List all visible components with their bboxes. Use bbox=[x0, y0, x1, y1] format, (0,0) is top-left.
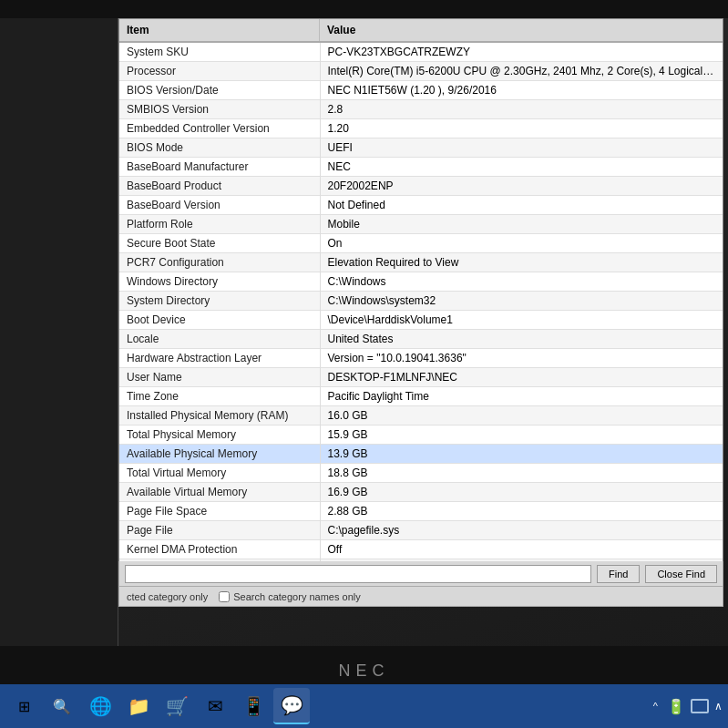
table-header: Item Value bbox=[119, 19, 723, 43]
row-item-value: C:\Windows bbox=[320, 272, 723, 292]
table-row[interactable]: ProcessorIntel(R) Core(TM) i5-6200U CPU … bbox=[119, 62, 723, 81]
table-row[interactable]: Platform RoleMobile bbox=[119, 215, 723, 234]
find-button[interactable]: Find bbox=[597, 565, 640, 583]
row-item-value: 15.9 GB bbox=[320, 426, 723, 445]
row-item-label: System Directory bbox=[119, 292, 320, 311]
row-item-label: BaseBoard Manufacturer bbox=[119, 158, 320, 177]
row-item-label: BaseBoard Version bbox=[119, 196, 320, 215]
row-item-value: NEC bbox=[320, 158, 723, 177]
table-row[interactable]: System DirectoryC:\Windows\system32 bbox=[119, 292, 723, 311]
row-item-value: PC-VK23TXBGCATRZEWZY bbox=[320, 43, 723, 62]
table-row[interactable]: Windows DirectoryC:\Windows bbox=[119, 272, 723, 292]
table-row[interactable]: BaseBoard ManufacturerNEC bbox=[119, 158, 723, 177]
row-item-label: BIOS Version/Date bbox=[119, 81, 320, 100]
table-row[interactable]: Installed Physical Memory (RAM)16.0 GB bbox=[119, 406, 723, 426]
table-row[interactable]: Total Physical Memory15.9 GB bbox=[119, 426, 723, 445]
store-icon[interactable]: 🛒 bbox=[159, 688, 195, 724]
search-category-checkbox[interactable] bbox=[219, 591, 230, 602]
row-item-value: 1.20 bbox=[320, 119, 723, 138]
edge-icon[interactable]: 🌐 bbox=[82, 688, 118, 724]
table-row[interactable]: SMBIOS Version2.8 bbox=[119, 100, 723, 119]
row-item-label: Platform Role bbox=[119, 215, 320, 234]
table-row[interactable]: LocaleUnited States bbox=[119, 330, 723, 349]
search-category-text: Search category names only bbox=[233, 591, 360, 602]
row-item-label: Page File bbox=[119, 521, 320, 540]
row-item-value: 2.8 bbox=[320, 100, 723, 119]
row-item-label: Embedded Controller Version bbox=[119, 119, 320, 138]
row-item-label: Boot Device bbox=[119, 311, 320, 330]
taskbar: ⊞ 🔍 🌐 📁 🛒 ✉ 📱 💬 ^ 🔋 ∧ bbox=[0, 684, 728, 728]
row-item-value: UEFI bbox=[320, 138, 723, 158]
table-row[interactable]: Boot Device\Device\HarddiskVolume1 bbox=[119, 311, 723, 330]
start-icon[interactable]: ⊞ bbox=[5, 688, 42, 724]
row-item-label: Installed Physical Memory (RAM) bbox=[119, 406, 320, 426]
row-item-value: Version = "10.0.19041.3636" bbox=[320, 349, 723, 368]
row-item-value: C:\pagefile.sys bbox=[320, 521, 723, 540]
row-item-value: Not Defined bbox=[320, 196, 723, 215]
table-row[interactable]: BaseBoard VersionNot Defined bbox=[119, 196, 723, 215]
row-item-value: 16.9 GB bbox=[320, 483, 723, 502]
row-item-label: Page File Space bbox=[119, 502, 320, 521]
row-item-label: Total Virtual Memory bbox=[119, 464, 320, 483]
close-find-button[interactable]: Close Find bbox=[645, 565, 717, 583]
table-row[interactable]: Total Virtual Memory18.8 GB bbox=[119, 464, 723, 483]
row-item-value: Pacific Daylight Time bbox=[320, 387, 723, 406]
tray-rectangle-icon[interactable] bbox=[691, 699, 709, 713]
sys-tray: ^ 🔋 ∧ bbox=[650, 697, 723, 715]
row-item-label: Kernel DMA Protection bbox=[119, 540, 320, 559]
row-item-label: Available Physical Memory bbox=[119, 445, 320, 464]
row-item-value: 18.8 GB bbox=[320, 464, 723, 483]
row-item-label: System SKU bbox=[119, 43, 320, 62]
table-row[interactable]: Time ZonePacific Daylight Time bbox=[119, 387, 723, 406]
row-item-label: Hardware Abstraction Layer bbox=[119, 349, 320, 368]
battery-icon: 🔋 bbox=[667, 698, 685, 715]
sysinfo-panel: Item Value System SKUPC-VK23TXBGCATRZEWZ… bbox=[118, 18, 723, 587]
table-row[interactable]: PCR7 ConfigurationElevation Required to … bbox=[119, 253, 723, 272]
row-item-label: Windows Directory bbox=[119, 272, 320, 292]
item-header: Item bbox=[119, 19, 320, 41]
row-item-value: Intel(R) Core(TM) i5-6200U CPU @ 2.30GHz… bbox=[320, 62, 723, 81]
left-panel bbox=[0, 18, 118, 646]
table-row[interactable]: Kernel DMA ProtectionOff bbox=[119, 540, 723, 559]
table-row[interactable]: Hardware Abstraction LayerVersion = "10.… bbox=[119, 349, 723, 368]
row-item-label: Locale bbox=[119, 330, 320, 349]
mail-icon[interactable]: ✉ bbox=[197, 688, 233, 724]
row-item-label: SMBIOS Version bbox=[119, 100, 320, 119]
row-item-label: BaseBoard Product bbox=[119, 177, 320, 196]
table-row[interactable]: User NameDESKTOP-F1MLNFJ\NEC bbox=[119, 368, 723, 387]
value-header: Value bbox=[320, 19, 723, 41]
selected-category-label: cted category only bbox=[127, 591, 208, 602]
search-category-checkbox-label[interactable]: Search category names only bbox=[219, 591, 360, 602]
explorer-icon[interactable]: 📁 bbox=[120, 688, 157, 724]
table-row[interactable]: Available Physical Memory13.9 GB bbox=[119, 445, 723, 464]
tray-expand-icon[interactable]: ^ bbox=[650, 697, 661, 715]
phone-icon[interactable]: 📱 bbox=[235, 688, 272, 724]
table-row[interactable]: Secure Boot StateOn bbox=[119, 234, 723, 253]
search-input[interactable] bbox=[125, 565, 591, 583]
table-row[interactable]: BaseBoard Product20F2002ENP bbox=[119, 177, 723, 196]
table-row[interactable]: Page FileC:\pagefile.sys bbox=[119, 521, 723, 540]
row-item-label: BIOS Mode bbox=[119, 138, 320, 158]
search-taskbar-icon[interactable]: 🔍 bbox=[44, 688, 80, 724]
row-item-value: DESKTOP-F1MLNFJ\NEC bbox=[320, 368, 723, 387]
table-row[interactable]: Available Virtual Memory16.9 GB bbox=[119, 483, 723, 502]
table-row[interactable]: System SKUPC-VK23TXBGCATRZEWZY bbox=[119, 43, 723, 62]
table-body: System SKUPC-VK23TXBGCATRZEWZYProcessorI… bbox=[119, 43, 723, 584]
table-row[interactable]: Page File Space2.88 GB bbox=[119, 502, 723, 521]
row-item-value: NEC N1IET56W (1.20 ), 9/26/2016 bbox=[320, 81, 723, 100]
row-item-label: Total Physical Memory bbox=[119, 426, 320, 445]
row-item-value: C:\Windows\system32 bbox=[320, 292, 723, 311]
teams-icon[interactable]: 💬 bbox=[273, 688, 310, 724]
row-item-label: Available Virtual Memory bbox=[119, 483, 320, 502]
row-item-value: Off bbox=[320, 540, 723, 559]
table-row[interactable]: BIOS Version/DateNEC N1IET56W (1.20 ), 9… bbox=[119, 81, 723, 100]
tray-chevron-icon[interactable]: ∧ bbox=[714, 700, 723, 713]
row-item-value: On bbox=[320, 234, 723, 253]
row-item-value: 16.0 GB bbox=[320, 406, 723, 426]
row-item-value: Elevation Required to View bbox=[320, 253, 723, 272]
row-item-value: 20F2002ENP bbox=[320, 177, 723, 196]
row-item-value: Mobile bbox=[320, 215, 723, 234]
search-bar: Find Close Find bbox=[118, 561, 723, 587]
table-row[interactable]: BIOS ModeUEFI bbox=[119, 138, 723, 158]
table-row[interactable]: Embedded Controller Version1.20 bbox=[119, 119, 723, 138]
